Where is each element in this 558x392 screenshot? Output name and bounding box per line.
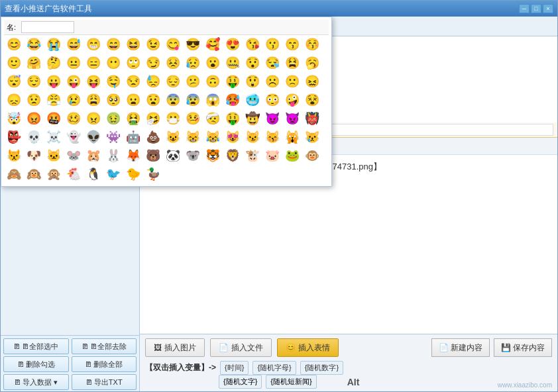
emoji-cell[interactable]: 😊 (4, 35, 24, 54)
emoji-cell[interactable]: 🥰 (203, 35, 223, 54)
name-field-input[interactable] (21, 21, 74, 33)
emoji-cell[interactable]: 🤯 (4, 109, 24, 128)
emoji-cell[interactable]: 🙂 (4, 54, 24, 72)
emoji-cell[interactable]: 🥴 (64, 109, 84, 128)
emoji-cell[interactable]: 😷 (163, 109, 183, 128)
emoji-cell[interactable]: 🐱 (44, 146, 64, 165)
emoji-cell[interactable]: 🙊 (44, 165, 64, 183)
emoji-cell[interactable]: 😴 (4, 72, 24, 91)
emoji-cell[interactable]: 😶 (103, 54, 123, 72)
emoji-cell[interactable]: 😈 (262, 109, 282, 128)
insert-image-button[interactable]: 🖼 插入图片 (145, 338, 205, 357)
emoji-cell[interactable]: 😠 (84, 109, 103, 128)
emoji-cell[interactable]: 😐 (64, 54, 84, 72)
emoji-cell[interactable]: 😲 (243, 72, 262, 91)
import-data-button[interactable]: 🖹 导入数据 ▾ (3, 374, 69, 390)
emoji-cell[interactable]: 😹 (203, 128, 223, 146)
emoji-cell[interactable]: 😰 (183, 91, 203, 109)
emoji-cell[interactable]: 😌 (24, 72, 44, 91)
emoji-cell[interactable]: 😚 (302, 35, 322, 54)
emoji-cell[interactable]: 😦 (123, 91, 143, 109)
emoji-cell[interactable]: 👺 (4, 128, 24, 146)
emoji-cell[interactable]: 🐧 (84, 165, 103, 183)
emoji-cell[interactable]: 😽 (262, 128, 282, 146)
emoji-cell[interactable]: 😆 (123, 35, 143, 54)
emoji-cell[interactable]: 🐵 (302, 146, 322, 165)
emoji-cell[interactable]: 👻 (64, 128, 84, 146)
emoji-cell[interactable]: 🙃 (203, 72, 223, 91)
emoji-cell[interactable]: 😖 (302, 72, 322, 91)
emoji-cell[interactable]: ☠️ (44, 128, 64, 146)
emoji-cell[interactable]: 🐰 (103, 146, 123, 165)
select-all-button[interactable]: 🖹 🖹全部选中 (3, 338, 69, 354)
emoji-cell[interactable]: 😂 (24, 35, 44, 54)
emoji-cell[interactable]: 🐮 (243, 146, 262, 165)
emoji-cell[interactable]: 😳 (262, 91, 282, 109)
emoji-cell[interactable]: 😡 (24, 109, 44, 128)
emoji-cell[interactable]: 😑 (84, 54, 103, 72)
minimize-button[interactable]: ─ (519, 4, 530, 13)
maximize-button[interactable]: □ (531, 4, 541, 13)
emoji-cell[interactable]: 🐻 (143, 146, 163, 165)
emoji-cell[interactable]: 😩 (84, 91, 103, 109)
emoji-cell[interactable]: 🤗 (24, 54, 44, 72)
emoji-cell[interactable]: 😭 (44, 35, 64, 54)
emoji-cell[interactable]: 🐹 (84, 146, 103, 165)
emoji-cell[interactable]: 😢 (64, 91, 84, 109)
emoji-cell[interactable]: 😒 (123, 72, 143, 91)
emoji-cell[interactable]: 👽 (84, 128, 103, 146)
emoji-cell[interactable]: 😜 (64, 72, 84, 91)
emoji-cell[interactable]: 😎 (183, 35, 203, 54)
emoji-cell[interactable]: 😍 (223, 35, 243, 54)
emoji-cell[interactable]: 🤮 (123, 109, 143, 128)
emoji-cell[interactable]: 👾 (103, 128, 123, 146)
emoji-cell[interactable]: 😱 (203, 91, 223, 109)
emoji-cell[interactable]: 👹 (302, 109, 322, 128)
emoji-cell[interactable]: 😟 (24, 91, 44, 109)
emoji-cell[interactable]: 😻 (223, 128, 243, 146)
remove-selected-button[interactable]: 🖹 删除勾选 (3, 356, 69, 372)
emoji-cell[interactable]: 🐯 (203, 146, 223, 165)
emoji-cell[interactable]: 😁 (84, 35, 103, 54)
emoji-cell[interactable]: 😯 (243, 54, 262, 72)
emoji-cell[interactable]: 😤 (44, 91, 64, 109)
emoji-cell[interactable]: 😅 (64, 35, 84, 54)
deselect-button[interactable]: 🖹 🖹全部去除 (72, 338, 137, 354)
export-txt-button[interactable]: 🖹 导出TXT (72, 374, 137, 390)
emoji-cell[interactable]: 🥱 (302, 54, 322, 72)
emoji-cell[interactable]: 😏 (143, 54, 163, 72)
close-button[interactable]: × (543, 4, 553, 13)
emoji-cell[interactable]: 😞 (4, 91, 24, 109)
emoji-cell[interactable]: 🐔 (64, 165, 84, 183)
emoji-cell[interactable]: 🐶 (24, 146, 44, 165)
emoji-cell[interactable]: 🤕 (203, 109, 223, 128)
emoji-cell[interactable]: 🐨 (183, 146, 203, 165)
emoji-cell[interactable]: 🐸 (282, 146, 302, 165)
emoji-cell[interactable]: 🤢 (103, 109, 123, 128)
emoji-cell[interactable]: 👿 (282, 109, 302, 128)
emoji-cell[interactable]: 🤐 (223, 54, 243, 72)
emoji-cell[interactable]: 🤠 (243, 109, 262, 128)
emoji-cell[interactable]: 🐭 (64, 146, 84, 165)
emoji-cell[interactable]: 😸 (183, 128, 203, 146)
emoji-cell[interactable]: 😣 (163, 54, 183, 72)
emoji-cell[interactable]: 🐤 (123, 165, 143, 183)
var-random-num[interactable]: {随机数字} (300, 361, 343, 375)
emoji-cell[interactable]: 😛 (44, 72, 64, 91)
emoji-cell[interactable]: 🙁 (282, 72, 302, 91)
var-random-news[interactable]: {随机短新闻} (266, 375, 316, 389)
emoji-cell[interactable]: 🤖 (123, 128, 143, 146)
var-time[interactable]: {时间} (220, 361, 249, 375)
var-random-word[interactable]: {随机字母} (252, 361, 296, 375)
emoji-cell[interactable]: 😿 (302, 128, 322, 146)
emoji-cell[interactable]: 🤧 (143, 109, 163, 128)
insert-file-button[interactable]: 📄 插入文件 (210, 338, 272, 357)
emoji-cell[interactable]: 😝 (84, 72, 103, 91)
emoji-cell[interactable]: 😼 (243, 128, 262, 146)
emoji-cell[interactable]: 💀 (24, 128, 44, 146)
emoji-cell[interactable]: 😋 (163, 35, 183, 54)
emoji-cell[interactable]: 😔 (163, 72, 183, 91)
emoji-cell[interactable]: 🐼 (163, 146, 183, 165)
emoji-cell[interactable]: 💩 (143, 128, 163, 146)
emoji-cell[interactable]: 🦁 (223, 146, 243, 165)
